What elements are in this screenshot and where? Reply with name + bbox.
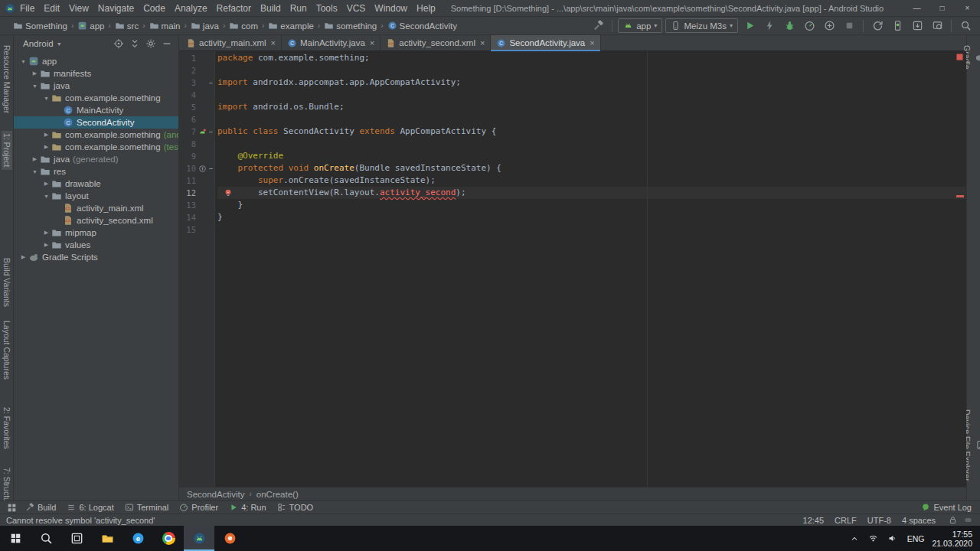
stop-button[interactable] [841,18,858,34]
chevron-down-icon[interactable]: ▼ [41,96,51,101]
editor-tab-activity-second-xml[interactable]: <>activity_second.xml× [381,35,491,51]
code-line-1[interactable]: package com.example.something; [217,52,966,64]
hide-button[interactable] [159,37,174,51]
make-project-button[interactable] [590,18,606,34]
tool-window-build[interactable]: Build [20,501,61,514]
breadcrumb-secondactivity[interactable]: CSecondActivity [385,21,459,31]
line-ending-indicator[interactable]: CRLF [835,516,857,525]
taskbar-file-explorer[interactable] [92,526,122,551]
tree-item-drawable[interactable]: ▶drawable [14,178,178,190]
menu-window[interactable]: Window [370,0,412,17]
indicator-button[interactable] [962,515,974,526]
chevron-right-icon[interactable]: ▶ [41,144,51,150]
menu-run[interactable]: Run [286,0,312,17]
editor-tab-secondactivity-java[interactable]: CSecondActivity.java× [491,35,600,51]
menu-tools[interactable]: Tools [312,0,342,17]
breadcrumb-src[interactable]: src [113,21,141,31]
indent-indicator[interactable]: 4 spaces [902,516,936,525]
fold-icon[interactable]: − [207,165,214,172]
tree-item-secondactivity[interactable]: CSecondActivity [14,116,178,129]
activity-gutter-slot[interactable] [197,128,207,136]
search-everywhere-button[interactable] [957,18,974,34]
taskbar-windows-search[interactable] [31,526,61,551]
network-button[interactable] [867,531,880,546]
tree-item-mainactivity[interactable]: CMainActivity [14,104,178,116]
code-line-2[interactable] [217,64,966,77]
chevron-down-icon[interactable]: ▼ [41,194,51,199]
device-dropdown[interactable]: Meizu M3s▾ [665,18,738,33]
chevron-right-icon[interactable]: ▶ [30,70,40,77]
menu-analyze[interactable]: Analyze [170,0,212,17]
code-line-9[interactable]: @Override [217,150,966,162]
tree-item-com-example-something-androidtest[interactable]: ▶com.example.something(androidTest) [14,129,178,141]
close-tab-icon[interactable]: × [590,38,594,47]
menu-edit[interactable]: Edit [39,0,64,17]
stripe-tab-build-variants[interactable]: Build Variants [2,256,12,309]
tree-item-java-generated[interactable]: ▶java(generated) [14,153,178,165]
close-tab-icon[interactable]: × [480,38,485,47]
menu-help[interactable]: Help [412,0,440,17]
maximize-button[interactable]: □ [929,0,955,17]
tool-window-profiler[interactable]: Profiler [174,501,224,514]
code-line-5[interactable]: import android.os.Bundle; [217,101,966,113]
chevron-down-icon[interactable]: ▼ [30,83,40,89]
tray-clock[interactable]: 17:55 21.03.2020 [932,530,972,548]
code-line-3[interactable]: import androidx.appcompat.app.AppCompatA… [217,77,966,89]
error-stripe-indicator[interactable] [956,54,963,60]
switcher-button[interactable] [3,500,20,515]
tray-up-button[interactable] [848,531,861,546]
avd-manager-button[interactable] [889,18,906,34]
caret-position[interactable]: 12:45 [803,516,825,525]
tree-item-com-example-something-test[interactable]: ▶com.example.something(test) [14,141,178,153]
tool-window-4-run[interactable]: 4: Run [224,501,271,514]
breadcrumb-something[interactable]: Something [11,21,70,31]
fold-icon[interactable]: − [207,79,214,86]
editor-tab-activity-main-xml[interactable]: <>activity_main.xml× [181,35,282,51]
chevron-down-icon[interactable]: ▼ [18,59,28,64]
stripe-tab-favorites[interactable]: 2: Favorites [2,405,12,452]
tree-item-gradle-scripts[interactable]: ▶Gradle Scripts [14,251,178,263]
close-tab-icon[interactable]: × [370,38,374,47]
close-button[interactable]: × [955,0,980,17]
chevron-right-icon[interactable]: ▶ [41,181,51,187]
encoding-indicator[interactable]: UTF-8 [867,516,891,525]
stripe-tab-resource-manager[interactable]: Resource Manager [2,43,12,116]
taskbar-orange-app[interactable] [214,526,245,551]
editor-tab-mainactivity-java[interactable]: CMainActivity.java× [282,35,381,51]
stripe-tab-project[interactable]: 1: Project [2,131,12,169]
taskbar-edge[interactable]: e [122,526,153,551]
menu-view[interactable]: View [64,0,93,17]
tool-window-todo[interactable]: TODO [272,501,319,514]
code-line-14[interactable]: } [217,211,966,223]
menu-vcs[interactable]: VCS [342,0,371,17]
attach-debugger-button[interactable] [821,18,838,34]
close-tab-icon[interactable]: × [271,38,276,47]
taskbar-start[interactable] [0,526,31,551]
fold-icon[interactable]: − [207,128,214,135]
tree-item-values[interactable]: ▶values [14,239,178,251]
code-editor[interactable]: 123−4567−8910−1112131415 package com.exa… [179,51,966,487]
taskbar-android-studio[interactable] [184,526,214,551]
breadcrumb-example[interactable]: example [266,21,315,31]
tree-item-layout[interactable]: ▼layout [14,190,178,202]
menu-file[interactable]: File [15,0,39,17]
chevron-right-icon[interactable]: ▶ [41,132,51,138]
collapse-all-button[interactable] [127,37,142,51]
tree-item-manifests[interactable]: ▶manifests [14,67,178,80]
error-stripe-mark[interactable] [956,195,964,197]
breadcrumb-main[interactable]: main [147,21,183,31]
chevron-down-icon[interactable]: ▼ [30,169,40,174]
volume-button[interactable] [886,531,900,546]
tool-window-6-logcat[interactable]: 6: Logcat [61,501,119,514]
menu-code[interactable]: Code [139,0,170,17]
override-gutter-slot[interactable] [197,165,207,173]
menu-build[interactable]: Build [256,0,286,17]
code-line-7[interactable]: public class SecondActivity extends AppC… [217,126,966,138]
apply-changes-button[interactable] [761,18,778,34]
stripe-tab-layout-captures[interactable]: Layout Captures [2,318,12,382]
settings-button[interactable] [143,37,158,51]
layout-inspector-button[interactable] [929,18,946,34]
profiler-button[interactable] [801,18,818,34]
tool-window-terminal[interactable]: Terminal [119,501,175,514]
run-button[interactable] [741,18,758,34]
